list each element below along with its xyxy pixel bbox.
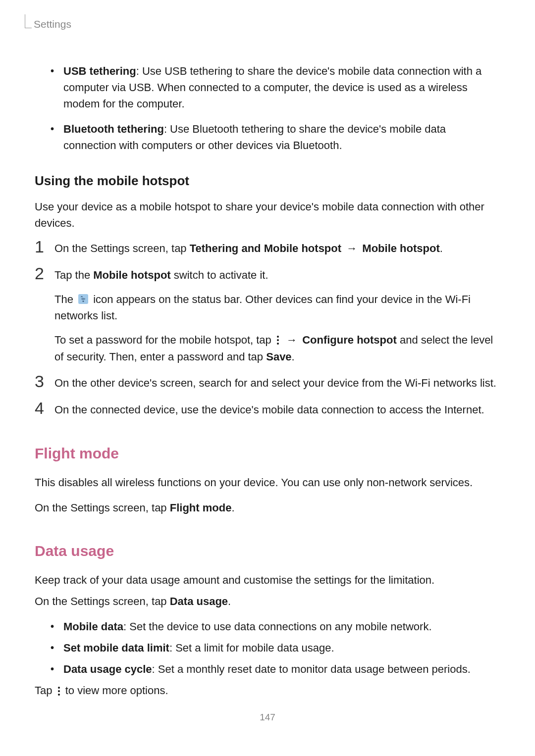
svg-point-3 bbox=[58, 687, 60, 689]
step-body: On the connected device, use the device'… bbox=[54, 402, 500, 418]
bold-text: Save bbox=[266, 351, 291, 363]
step-number: 1 bbox=[35, 238, 54, 255]
list-item: USB tethering: Use USB tethering to shar… bbox=[50, 63, 500, 112]
step-body: On the other device's screen, search for… bbox=[54, 375, 500, 391]
bullet-title: USB tethering bbox=[63, 65, 136, 77]
more-options-icon bbox=[274, 331, 281, 348]
data-usage-desc: Keep track of your data usage amount and… bbox=[35, 572, 500, 588]
bold-text: Data usage bbox=[170, 595, 228, 607]
list-item: Bluetooth tethering: Use Bluetooth tethe… bbox=[50, 121, 500, 153]
text: On the Settings screen, tap bbox=[35, 595, 170, 607]
text: Tap bbox=[35, 684, 55, 697]
section-heading-flight-mode: Flight mode bbox=[35, 442, 500, 464]
page-header: Settings bbox=[0, 0, 535, 32]
bold-text: Tethering and Mobile hotspot bbox=[190, 242, 341, 254]
bold-text: Mobile hotspot bbox=[93, 269, 170, 281]
step-3: 3 On the other device's screen, search f… bbox=[35, 375, 500, 392]
bold-text: Flight mode bbox=[170, 502, 232, 514]
list-item: Mobile data: Set the device to use data … bbox=[50, 618, 500, 635]
more-options-icon bbox=[55, 682, 62, 699]
text: Tap the bbox=[54, 269, 93, 281]
step-number: 3 bbox=[35, 373, 54, 390]
list-item: Set mobile data limit: Set a limit for m… bbox=[50, 640, 500, 656]
section-heading-data-usage: Data usage bbox=[35, 540, 500, 562]
text: The bbox=[54, 293, 76, 305]
bullet-title: Mobile data bbox=[63, 620, 123, 633]
svg-point-0 bbox=[277, 336, 279, 338]
data-usage-bullet-list: Mobile data: Set the device to use data … bbox=[35, 618, 500, 677]
hotspot-intro: Use your device as a mobile hotspot to s… bbox=[35, 199, 500, 231]
bullet-desc: : Set the device to use data connections… bbox=[123, 620, 432, 633]
bullet-title: Bluetooth tethering bbox=[63, 123, 164, 135]
list-item: Data usage cycle: Set a monthly reset da… bbox=[50, 661, 500, 677]
page-number: 147 bbox=[0, 710, 535, 725]
bullet-desc: : Set a monthly reset date to monitor da… bbox=[152, 663, 471, 675]
step-body: On the Settings screen, tap Tethering an… bbox=[54, 240, 500, 256]
text: To set a password for the mobile hotspot… bbox=[54, 334, 274, 346]
bullet-title: Data usage cycle bbox=[63, 663, 152, 675]
data-usage-instruction: On the Settings screen, tap Data usage. bbox=[35, 593, 500, 609]
svg-point-1 bbox=[277, 339, 279, 341]
svg-point-4 bbox=[58, 690, 60, 692]
text: switch to activate it. bbox=[171, 269, 268, 281]
text: . bbox=[231, 502, 234, 514]
step-number: 2 bbox=[35, 265, 54, 282]
header-marker bbox=[25, 14, 32, 28]
step-4: 4 On the connected device, use the devic… bbox=[35, 402, 500, 418]
text: . bbox=[440, 242, 443, 254]
page-content: USB tethering: Use USB tethering to shar… bbox=[0, 32, 535, 700]
text: to view more options. bbox=[62, 684, 168, 697]
bullet-desc: : Set a limit for mobile data usage. bbox=[169, 642, 334, 654]
text: . bbox=[292, 351, 295, 363]
step-1: 1 On the Settings screen, tap Tethering … bbox=[35, 240, 500, 257]
text: . bbox=[228, 595, 231, 607]
step-2: 2 Tap the Mobile hotspot switch to activ… bbox=[35, 267, 500, 365]
bold-text: Configure hotspot bbox=[302, 334, 397, 346]
hotspot-status-icon bbox=[78, 294, 88, 304]
text: On the connected device, use the device'… bbox=[54, 402, 500, 418]
text: On the Settings screen, tap bbox=[54, 242, 190, 254]
text: icon appears on the status bar. Other de… bbox=[54, 293, 471, 322]
svg-point-2 bbox=[277, 343, 279, 345]
svg-point-5 bbox=[58, 694, 60, 696]
step-body: Tap the Mobile hotspot switch to activat… bbox=[54, 267, 500, 365]
flight-mode-desc: This disables all wireless functions on … bbox=[35, 474, 500, 491]
arrow-icon: → bbox=[341, 242, 362, 254]
header-section-label: Settings bbox=[34, 16, 71, 32]
bold-text: Mobile hotspot bbox=[362, 242, 439, 254]
bullet-title: Set mobile data limit bbox=[63, 642, 169, 654]
text: On the Settings screen, tap bbox=[35, 502, 170, 514]
arrow-icon: → bbox=[281, 334, 302, 346]
step-number: 4 bbox=[35, 400, 54, 416]
data-usage-more: Tap to view more options. bbox=[35, 682, 500, 700]
subheading-using-hotspot: Using the mobile hotspot bbox=[35, 171, 500, 191]
flight-mode-instruction: On the Settings screen, tap Flight mode. bbox=[35, 500, 500, 516]
text: On the other device's screen, search for… bbox=[54, 375, 500, 391]
tethering-bullet-list: USB tethering: Use USB tethering to shar… bbox=[35, 63, 500, 153]
